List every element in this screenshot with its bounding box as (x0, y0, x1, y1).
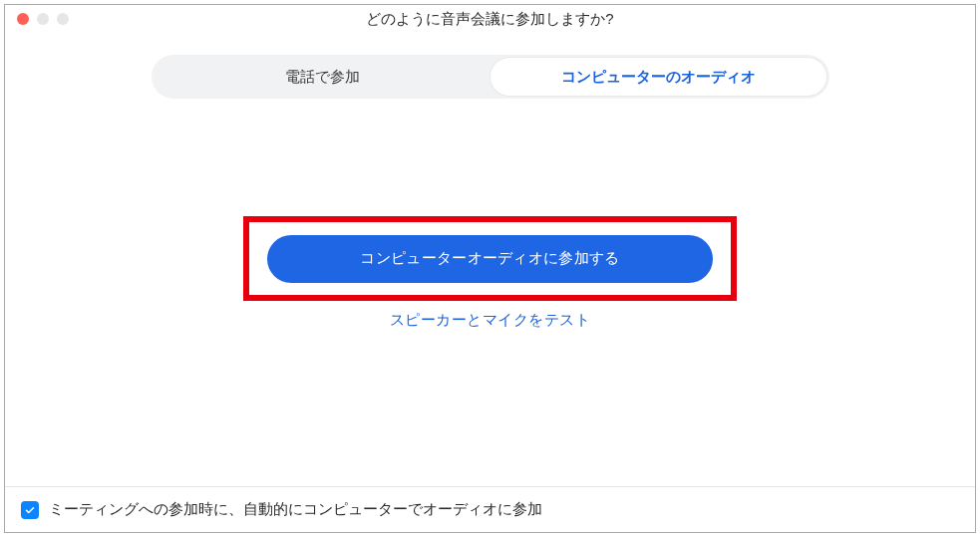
audio-source-tabs: 電話で参加 コンピューターのオーディオ (152, 55, 829, 99)
audio-join-dialog: どのように音声会議に参加しますか? 電話で参加 コンピューターのオーディオ コン… (4, 4, 976, 533)
tab-phone[interactable]: 電話で参加 (155, 58, 490, 96)
test-link-label: スピーカーとマイクをテスト (390, 311, 591, 328)
footer: ミーティングへの参加時に、自動的にコンピューターでオーディオに参加 (5, 486, 975, 532)
tabs-container: 電話で参加 コンピューターのオーディオ (5, 55, 975, 99)
checkmark-icon (24, 504, 36, 516)
highlight-box: コンピューターオーディオに参加する (243, 216, 737, 301)
dialog-title: どのように音声会議に参加しますか? (5, 10, 975, 29)
window-controls (5, 13, 69, 25)
join-button-label: コンピューターオーディオに参加する (360, 249, 619, 266)
fullscreen-icon[interactable] (57, 13, 69, 25)
close-icon[interactable] (17, 13, 29, 25)
tab-computer-audio-label: コンピューターのオーディオ (561, 68, 756, 87)
titlebar: どのように音声会議に参加しますか? (5, 5, 975, 33)
auto-join-label: ミーティングへの参加時に、自動的にコンピューターでオーディオに参加 (49, 500, 542, 519)
minimize-icon[interactable] (37, 13, 49, 25)
tab-computer-audio[interactable]: コンピューターのオーディオ (490, 58, 826, 96)
main-content: コンピューターオーディオに参加する スピーカーとマイクをテスト (5, 99, 975, 486)
test-speaker-mic-link[interactable]: スピーカーとマイクをテスト (390, 311, 591, 330)
auto-join-checkbox[interactable] (21, 501, 39, 519)
tab-phone-label: 電話で参加 (285, 68, 360, 87)
join-computer-audio-button[interactable]: コンピューターオーディオに参加する (267, 235, 713, 283)
